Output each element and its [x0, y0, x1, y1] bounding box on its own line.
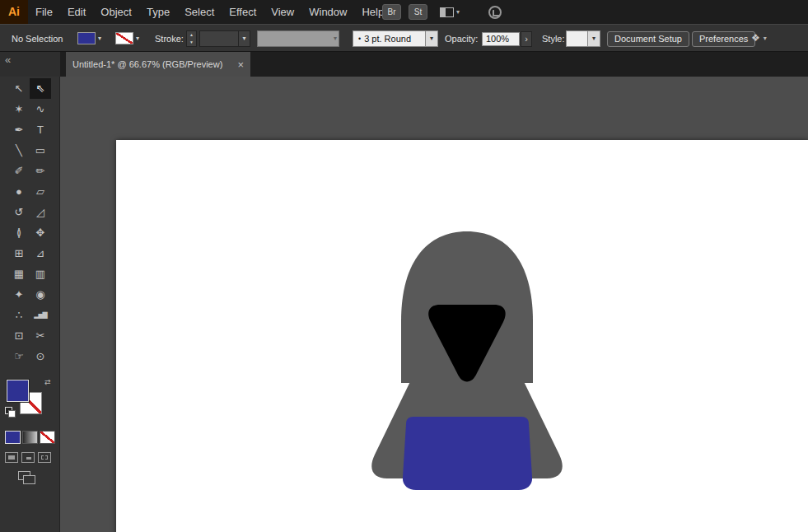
eyedropper-tool[interactable]: ✦	[8, 284, 30, 305]
paintbrush-tool[interactable]: ✐	[8, 161, 30, 181]
artboard[interactable]	[116, 140, 808, 532]
stepper-up-icon[interactable]: ▲	[187, 31, 196, 39]
stroke-color-dropdown[interactable]: ▾	[115, 32, 139, 44]
chevron-down-icon[interactable]: ▾	[425, 31, 437, 46]
workspace-icon	[440, 7, 454, 17]
draw-inside-button[interactable]	[38, 452, 51, 463]
fill-stroke-indicator: ⇄	[7, 380, 53, 419]
chevron-down-icon[interactable]: ▾	[238, 31, 250, 46]
close-icon[interactable]: ×	[237, 58, 244, 71]
stroke-label[interactable]: Stroke:	[155, 34, 184, 44]
fill-swatch[interactable]	[77, 32, 96, 44]
workspace-switcher[interactable]: ▾	[440, 7, 460, 17]
selection-tool[interactable]: ↖	[8, 78, 30, 99]
screen-mode-button[interactable]	[18, 471, 36, 484]
perspective-grid-tool[interactable]: ⊿	[30, 243, 51, 264]
symbol-sprayer-tool[interactable]: ∴	[8, 305, 30, 325]
menu-view[interactable]: View	[264, 0, 301, 24]
stroke-none-swatch[interactable]	[115, 32, 133, 44]
pen-tool[interactable]: ✒	[8, 119, 30, 140]
stroke-width-select[interactable]: ▾	[199, 30, 250, 47]
line-segment-tool[interactable]: ╲	[8, 140, 30, 161]
document-tab[interactable]: Untitled-1* @ 66.67% (RGB/Preview) ×	[66, 52, 250, 77]
none-button[interactable]	[40, 431, 55, 444]
stock-button[interactable]: St	[409, 4, 427, 20]
chevron-down-icon: ▾	[456, 8, 460, 16]
scale-tool[interactable]: ◿	[30, 202, 51, 222]
chevron-down-icon[interactable]: ▾	[587, 31, 600, 46]
mesh-tool[interactable]: ▦	[8, 264, 30, 284]
style-label: Style:	[542, 34, 565, 44]
control-bar: No Selection ▾ ▾ Stroke: ▲ ▼ ▾ ▾ • 3 pt.…	[0, 24, 808, 52]
graphic-style-select[interactable]: ▾	[566, 30, 600, 47]
panel-menu-icon: ❖	[751, 32, 760, 44]
chevron-down-icon: ▾	[764, 35, 767, 42]
shape-builder-tool[interactable]: ⊞	[8, 243, 30, 264]
menu-items: FileEditObjectTypeSelectEffectViewWindow…	[28, 0, 391, 24]
collapse-panel-icon[interactable]: «	[5, 54, 11, 66]
eraser-tool[interactable]: ▱	[30, 181, 51, 202]
default-fill-stroke-icon[interactable]	[5, 407, 12, 414]
illustrator-logo: Ai	[0, 0, 28, 24]
variable-width-profile-select: ▾	[257, 30, 339, 47]
fill-color-indicator[interactable]	[7, 380, 29, 402]
color-button[interactable]	[5, 431, 21, 444]
menu-edit[interactable]: Edit	[60, 0, 93, 24]
free-transform-tool[interactable]: ✥	[30, 222, 51, 243]
opacity-more-button[interactable]: ›	[521, 31, 532, 47]
direct-selection-tool[interactable]: ⇖	[30, 78, 51, 99]
opacity-input[interactable]: 100%	[482, 32, 520, 46]
artboard-tool[interactable]: ⊡	[8, 325, 30, 346]
menu-file[interactable]: File	[28, 0, 60, 24]
stroke-width-stepper[interactable]: ▲ ▼	[186, 30, 197, 47]
draw-behind-button[interactable]	[21, 452, 35, 463]
column-graph-tool[interactable]: ▂▅▇	[30, 305, 51, 325]
brush-definition-value: 3 pt. Round	[361, 34, 425, 44]
drawing-mode-buttons	[5, 452, 51, 463]
tool-panel-header: «	[0, 52, 60, 77]
preferences-button[interactable]: Preferences	[692, 31, 755, 47]
type-tool[interactable]: T	[30, 119, 51, 140]
chevron-down-icon: ▾	[334, 31, 337, 46]
menu-bar-right: Br St ▾	[382, 0, 502, 24]
menu-window[interactable]: Window	[301, 0, 354, 24]
blob-brush-tool[interactable]: ●	[8, 181, 30, 202]
chevron-down-icon: ▾	[98, 35, 101, 42]
draw-normal-button[interactable]	[5, 452, 18, 463]
fill-color-dropdown[interactable]: ▾	[77, 32, 101, 44]
brush-definition-select[interactable]: • 3 pt. Round ▾	[353, 30, 438, 47]
paint-mode-buttons	[5, 431, 55, 444]
width-tool[interactable]: ≬	[8, 222, 30, 243]
gradient-tool[interactable]: ▥	[30, 264, 51, 284]
slice-tool[interactable]: ✂	[30, 325, 51, 346]
magic-wand-tool[interactable]: ✶	[8, 99, 30, 119]
control-panel-menu[interactable]: ❖ ▾	[751, 32, 767, 44]
rotate-tool[interactable]: ↺	[8, 202, 30, 222]
robe-shape[interactable]	[403, 417, 532, 490]
gradient-button[interactable]	[22, 431, 38, 444]
hand-tool[interactable]: ☞	[8, 346, 30, 366]
screen-mode-icon-overlay	[23, 475, 35, 484]
brush-dot-icon: •	[353, 35, 361, 43]
tools-grid: ↖⇖✶∿✒T╲▭✐✏●▱↺◿≬✥⊞⊿▦▥✦◉∴▂▅▇⊡✂☞⊙	[8, 78, 51, 366]
document-tab-bar: « Untitled-1* @ 66.67% (RGB/Preview) ×	[0, 52, 808, 77]
menu-effect[interactable]: Effect	[222, 0, 264, 24]
selection-status: No Selection	[12, 34, 63, 44]
menu-type[interactable]: Type	[139, 0, 177, 24]
canvas-area[interactable]	[60, 77, 808, 532]
pencil-tool[interactable]: ✏	[30, 161, 51, 181]
swap-fill-stroke-icon[interactable]: ⇄	[44, 378, 51, 386]
menu-select[interactable]: Select	[177, 0, 222, 24]
opacity-label[interactable]: Opacity:	[445, 34, 478, 44]
menu-object[interactable]: Object	[93, 0, 139, 24]
zoom-tool[interactable]: ⊙	[30, 346, 51, 366]
document-setup-button[interactable]: Document Setup	[607, 31, 689, 47]
document-tab-title: Untitled-1* @ 66.67% (RGB/Preview)	[72, 59, 232, 69]
rectangle-tool[interactable]: ▭	[30, 140, 51, 161]
stepper-down-icon[interactable]: ▼	[187, 39, 196, 46]
lasso-tool[interactable]: ∿	[30, 99, 51, 119]
chevron-down-icon: ▾	[136, 35, 139, 42]
sync-icon[interactable]	[488, 6, 502, 19]
blend-tool[interactable]: ◉	[30, 284, 51, 305]
bridge-button[interactable]: Br	[382, 4, 401, 20]
